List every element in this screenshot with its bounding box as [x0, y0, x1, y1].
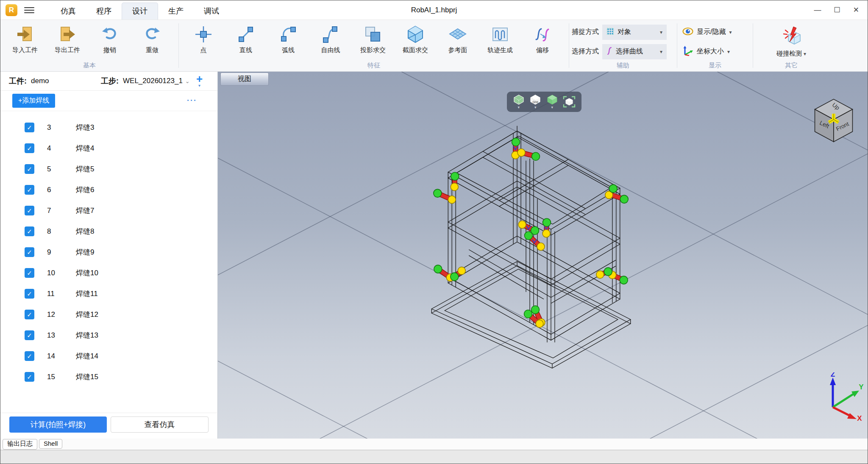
weld-row[interactable]: 3 焊缝3	[0, 117, 217, 138]
weld-name: 焊缝9	[76, 247, 94, 257]
weld-checkbox[interactable]	[25, 164, 34, 174]
projection-intersect-button[interactable]: 投影求交	[352, 22, 394, 54]
weld-row[interactable]: 6 焊缝6	[0, 179, 217, 200]
show-hide-button[interactable]: 显示/隐藏 ▾	[682, 24, 753, 40]
tab-output-log[interactable]: 输出日志	[3, 439, 37, 450]
weld-name: 焊缝10	[76, 268, 98, 278]
collision-detect-label: 碰撞检测	[776, 50, 802, 57]
tool-label: 弧线	[282, 46, 295, 54]
weld-row[interactable]: 5 焊缝5	[0, 159, 217, 179]
weld-row[interactable]: 8 焊缝8	[0, 221, 217, 242]
weld-id: 6	[47, 186, 67, 194]
redo-button[interactable]: 重做	[131, 22, 173, 54]
collision-detect-icon	[780, 26, 802, 49]
weld-checkbox[interactable]	[25, 123, 34, 132]
freeline-tool-button[interactable]: 自由线	[309, 22, 352, 54]
weld-row[interactable]: 11 焊缝11	[0, 283, 217, 304]
line-tool-button[interactable]: 直线	[225, 22, 267, 54]
view-simulation-button[interactable]: 查看仿真	[111, 416, 209, 433]
weld-row[interactable]: 10 焊缝10	[0, 263, 217, 283]
freeline-icon	[320, 24, 341, 45]
weld-id: 4	[47, 144, 67, 153]
chevron-down-icon: ▾	[660, 29, 662, 35]
eye-icon	[682, 27, 693, 38]
wireframe-view-button[interactable]: ▾	[513, 94, 525, 109]
more-options-button[interactable]: ···	[187, 96, 197, 105]
tab-debug[interactable]: 调试	[194, 3, 229, 20]
tab-production[interactable]: 生产	[158, 3, 194, 20]
weld-checkbox[interactable]	[25, 143, 34, 153]
weld-id: 12	[47, 310, 67, 319]
app-logo: R	[6, 4, 17, 16]
add-weld-button[interactable]: +添加焊线	[12, 94, 55, 108]
weld-checkbox[interactable]	[25, 185, 34, 195]
weld-row[interactable]: 9 焊缝9	[0, 242, 217, 263]
zoom-fit-button[interactable]	[563, 96, 576, 108]
tab-program[interactable]: 程序	[86, 3, 122, 20]
add-step-button[interactable]: + ▾	[196, 73, 203, 88]
tab-shell[interactable]: Shell	[39, 439, 62, 449]
export-workpiece-button[interactable]: 导出工件	[46, 22, 89, 54]
weld-id: 14	[47, 352, 67, 361]
weld-checkbox[interactable]	[25, 330, 34, 340]
weld-row[interactable]: 4 焊缝4	[0, 138, 217, 159]
import-workpiece-button[interactable]: 导入工件	[4, 22, 46, 54]
close-button[interactable]: ✕	[853, 6, 859, 14]
shaded-view-button[interactable]: ▾	[546, 94, 558, 109]
weld-checkbox[interactable]	[25, 310, 34, 319]
weld-checkbox[interactable]	[25, 372, 34, 382]
snap-mode-select[interactable]: 对象 ▾	[602, 25, 667, 40]
weld-checkbox[interactable]	[25, 206, 34, 215]
tab-simulation[interactable]: 仿真	[50, 3, 86, 20]
weld-checkbox[interactable]	[25, 226, 34, 236]
weld-name: 焊缝15	[76, 372, 98, 382]
weld-row[interactable]: 16 焊缝16	[0, 387, 217, 388]
arc-tool-button[interactable]: 弧线	[267, 22, 309, 54]
weld-row[interactable]: 15 焊缝15	[0, 366, 217, 387]
workpiece-value: demo	[31, 77, 49, 85]
select-mode-select[interactable]: 选择曲线 ▾	[602, 44, 667, 59]
ribbon-group-label: 基本	[0, 61, 178, 71]
snap-mode-value: 对象	[618, 28, 657, 36]
tab-design[interactable]: 设计	[122, 3, 158, 20]
weld-row[interactable]: 12 焊缝12	[0, 304, 217, 325]
weld-actions-row: +添加焊线 ···	[0, 91, 217, 111]
hamburger-menu-icon[interactable]	[24, 5, 34, 15]
collision-detect-button[interactable]: 碰撞检测 ▾	[753, 22, 829, 61]
nav-cube[interactable]: Up Left Front	[806, 96, 862, 145]
point-tool-button[interactable]: 点	[182, 22, 225, 54]
ribbon-toolbar: 导入工件 导出工件 撤销	[0, 20, 868, 72]
chevron-down-icon: ▾	[551, 106, 553, 109]
weld-checkbox[interactable]	[25, 268, 34, 278]
ribbon-group-label: 辅助	[569, 61, 677, 71]
weld-name: 焊缝3	[76, 123, 94, 132]
maximize-button[interactable]: ☐	[834, 6, 840, 14]
minimize-button[interactable]: —	[814, 6, 821, 14]
section-intersect-button[interactable]: 截面求交	[394, 22, 437, 54]
sidebar-weld-panel: 工件: demo 工步: WEL_20260123_1 ⌄ + ▾ +添加焊线 …	[0, 72, 218, 439]
tool-label: 偏移	[536, 46, 549, 54]
offset-button[interactable]: 偏移	[521, 22, 564, 54]
trajectory-generate-button[interactable]: 轨迹生成	[479, 22, 521, 54]
grid-toggle-button[interactable]: Grid ▾	[529, 94, 541, 109]
undo-button[interactable]: 撤销	[89, 22, 131, 54]
view-tab[interactable]: 视图	[220, 73, 269, 86]
weld-checkbox[interactable]	[25, 289, 34, 299]
step-select[interactable]: 工步: WEL_20260123_1 ⌄	[101, 76, 190, 86]
reference-plane-button[interactable]: 参考面	[437, 22, 479, 54]
select-mode-value: 选择曲线	[616, 47, 657, 56]
weld-row[interactable]: 7 焊缝7	[0, 200, 217, 221]
compute-button[interactable]: 计算(拍照+焊接)	[9, 416, 107, 433]
viewport-3d[interactable]: 视图	[218, 72, 868, 439]
select-mode-label: 选择方式	[572, 47, 599, 56]
ribbon-group-other: 碰撞检测 ▾ 其它	[753, 20, 829, 71]
viewport-canvas[interactable]	[218, 72, 868, 439]
weld-name: 焊缝4	[76, 143, 94, 153]
weld-checkbox[interactable]	[25, 351, 34, 361]
reference-plane-icon	[448, 24, 468, 45]
weld-row[interactable]: 14 焊缝14	[0, 346, 217, 366]
weld-row[interactable]: 13 焊缝13	[0, 325, 217, 346]
axes-size-icon	[682, 46, 693, 58]
weld-checkbox[interactable]	[25, 247, 34, 257]
coord-size-button[interactable]: 坐标大小 ▾	[682, 44, 753, 60]
